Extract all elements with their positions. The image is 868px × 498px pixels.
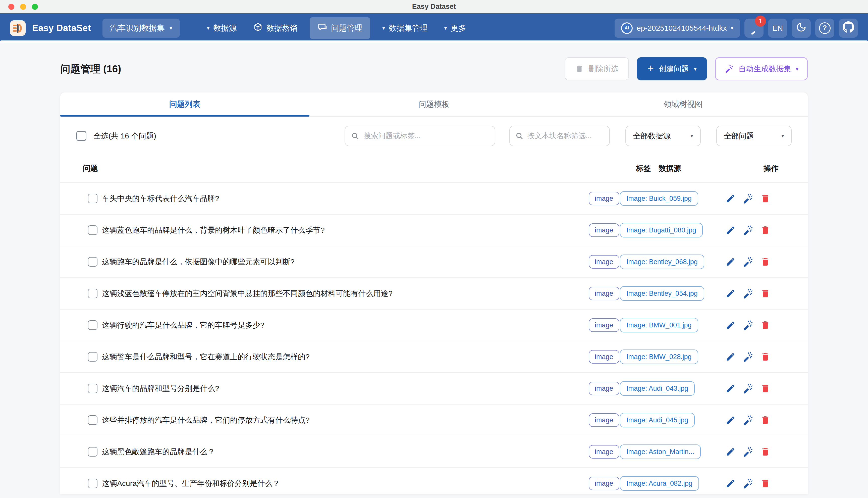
row-checkbox[interactable] [88, 384, 97, 393]
ai-generate-answer-button[interactable] [743, 288, 753, 299]
nav-item-more[interactable]: ▾ 更多 [440, 18, 471, 38]
tab-question-list[interactable]: 问题列表 [60, 92, 309, 116]
ai-generate-answer-button[interactable] [743, 319, 753, 331]
task-progress-button[interactable]: 1 [745, 18, 763, 38]
auto-generate-dataset-button[interactable]: 自动生成数据集 ▾ [715, 57, 808, 80]
ai-generate-answer-button[interactable] [743, 225, 753, 236]
source-chip[interactable]: Image: Audi_043.jpg [620, 381, 695, 396]
row-checkbox[interactable] [88, 447, 97, 457]
row-checkbox[interactable] [88, 352, 97, 362]
delete-row-button[interactable] [760, 256, 771, 267]
tag-chip[interactable]: image [589, 255, 619, 268]
edit-button[interactable] [725, 256, 736, 267]
pencil-icon [725, 257, 736, 267]
edit-button[interactable] [725, 288, 736, 299]
tag-chip[interactable]: image [589, 477, 619, 490]
navbar-actions: AI ep-20251024105544-htdkx ▾ 1 EN ? [615, 18, 858, 38]
ai-generate-answer-button[interactable] [743, 256, 753, 267]
row-checkbox[interactable] [88, 257, 97, 266]
language-toggle-button[interactable]: EN [768, 18, 787, 38]
tag-chip[interactable]: image [589, 318, 619, 332]
nav-item-distill[interactable]: 数据蒸馏 [249, 17, 302, 39]
zoom-window-button[interactable] [32, 4, 38, 10]
delete-row-button[interactable] [760, 415, 771, 425]
table-row: 这辆黑色敞篷跑车的品牌是什么？ image Image: Aston_Marti… [60, 436, 808, 468]
tag-chip[interactable]: image [589, 382, 619, 395]
delete-row-button[interactable] [760, 288, 771, 299]
datasource-filter-dropdown[interactable]: 全部数据源 ▾ [625, 126, 701, 146]
delete-row-button[interactable] [760, 351, 771, 362]
source-chip[interactable]: Image: Buick_059.jpg [620, 191, 698, 206]
row-checkbox[interactable] [88, 479, 97, 488]
delete-row-button[interactable] [760, 225, 771, 236]
source-chip[interactable]: Image: Bentley_054.jpg [620, 286, 704, 301]
tag-chip[interactable]: image [589, 192, 619, 205]
source-chip[interactable]: Image: BMW_028.jpg [620, 350, 698, 364]
nav-item-question-management[interactable]: 问题管理 [310, 17, 370, 39]
create-question-button[interactable]: + 创建问题 ▾ [637, 57, 707, 80]
project-selector-dropdown[interactable]: 汽车识别数据集 ▾ [103, 18, 180, 38]
delete-row-button[interactable] [760, 193, 771, 204]
magic-wand-icon [743, 446, 753, 457]
ai-generate-answer-button[interactable] [743, 446, 753, 457]
tag-chip[interactable]: image [589, 445, 619, 459]
source-chip[interactable]: Image: Acura_082.jpg [620, 476, 699, 491]
minimize-window-button[interactable] [20, 4, 26, 10]
dark-mode-toggle-button[interactable] [792, 18, 811, 38]
select-all-checkbox[interactable] [76, 131, 86, 141]
tag-chip[interactable]: image [589, 350, 619, 364]
ai-generate-answer-button[interactable] [743, 351, 753, 362]
ai-generate-answer-button[interactable] [743, 478, 753, 489]
source-chip[interactable]: Image: Bugatti_080.jpg [620, 223, 703, 237]
ai-generate-answer-button[interactable] [743, 415, 753, 425]
source-chip[interactable]: Image: Audi_045.jpg [620, 413, 695, 428]
github-button[interactable] [839, 18, 858, 38]
edit-button[interactable] [725, 319, 736, 331]
row-checkbox[interactable] [88, 320, 97, 330]
delete-row-button[interactable] [760, 319, 771, 331]
ai-generate-answer-button[interactable] [743, 193, 753, 204]
ai-generate-answer-button[interactable] [743, 383, 753, 394]
row-checkbox[interactable] [88, 289, 97, 298]
nav-item-dataset-management[interactable]: ▾ 数据集管理 [378, 18, 432, 38]
pencil-icon [725, 194, 736, 204]
tag-chip[interactable]: image [589, 287, 619, 300]
row-checkbox[interactable] [88, 225, 97, 235]
tab-question-template[interactable]: 问题模板 [309, 92, 559, 116]
tab-domain-tree[interactable]: 领域树视图 [559, 92, 808, 116]
question-filter-dropdown[interactable]: 全部问题 ▾ [716, 126, 792, 146]
source-chip[interactable]: Image: BMW_001.jpg [620, 318, 698, 332]
edit-button[interactable] [725, 193, 736, 204]
source-cell: Image: Bentley_068.jpg [620, 254, 720, 269]
model-selector-dropdown[interactable]: AI ep-20251024105544-htdkx ▾ [615, 18, 740, 38]
source-chip[interactable]: Image: Aston_Martin... [620, 445, 701, 459]
edit-button[interactable] [725, 415, 736, 425]
close-window-button[interactable] [8, 4, 14, 10]
edit-button[interactable] [725, 478, 736, 489]
caret-down-icon: ▾ [782, 133, 784, 139]
delete-row-button[interactable] [760, 446, 771, 457]
search-chunk-input[interactable]: 按文本块名称筛选... [509, 126, 610, 146]
delete-row-button[interactable] [760, 383, 771, 394]
row-checkbox[interactable] [88, 415, 97, 425]
source-cell: Image: Buick_059.jpg [620, 191, 720, 206]
tag-chip[interactable]: image [589, 413, 619, 427]
edit-button[interactable] [725, 351, 736, 362]
edit-button[interactable] [725, 446, 736, 457]
search-question-input[interactable]: 搜索问题或标签... [345, 126, 495, 146]
row-checkbox[interactable] [88, 194, 97, 203]
search-icon [351, 132, 359, 140]
edit-button[interactable] [725, 225, 736, 236]
page-header-actions: 删除所选 + 创建问题 ▾ 自动生成数据集 ▾ [565, 57, 808, 80]
search-icon [516, 132, 523, 140]
help-button[interactable]: ? [815, 18, 834, 38]
tag-chip[interactable]: image [589, 223, 619, 237]
edit-button[interactable] [725, 383, 736, 394]
delete-row-button[interactable] [760, 478, 771, 489]
magic-wand-icon [724, 64, 734, 74]
delete-selected-button[interactable]: 删除所选 [565, 57, 629, 80]
question-text: 车头中央的车标代表什么汽车品牌? [102, 194, 579, 204]
source-chip[interactable]: Image: Bentley_068.jpg [620, 254, 704, 269]
nav-item-datasource[interactable]: ▾ 数据源 [202, 18, 241, 38]
magic-wand-icon [743, 383, 753, 394]
